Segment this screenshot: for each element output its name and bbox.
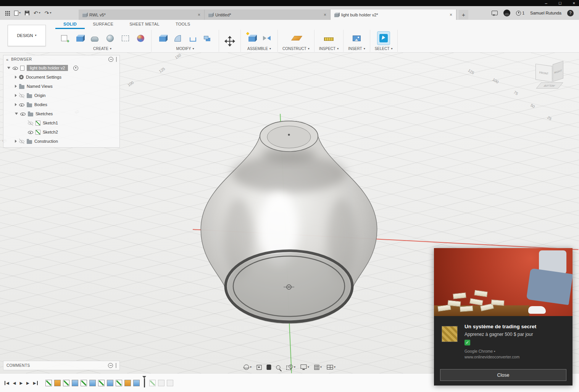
activate-component-icon[interactable] [73,66,78,71]
expand-triangle-icon[interactable] [15,140,17,143]
inspect-menu-button[interactable]: INSPECT ▾ [319,47,339,51]
close-button[interactable]: × [573,0,575,6]
viewcube-bottom-face[interactable]: BOTTOM [536,82,563,89]
orbit-icon[interactable]: ▾ [243,364,252,371]
move-icon[interactable] [224,35,236,48]
viewcube-right-face[interactable]: RIGHT [553,61,563,82]
expand-triangle-icon[interactable] [15,103,17,106]
browser-item-named-views[interactable]: Named Views [3,82,119,91]
help-icon[interactable]: ? [567,10,574,16]
timeline-feature-icon[interactable] [72,380,78,386]
modify-menu-button[interactable]: MODIFY ▾ [176,47,194,51]
item-label[interactable]: Sketches [35,111,53,116]
timeline-feature-icon[interactable] [63,380,69,386]
comment-icon[interactable] [492,11,498,15]
item-label[interactable]: Origin [34,93,45,98]
select-tool-icon[interactable] [377,32,390,45]
expand-triangle-icon[interactable] [15,113,18,115]
timeline-feature-icon[interactable] [107,380,113,386]
timeline-go-start-button[interactable]: ◀ [5,381,9,385]
browser-item-document-settings[interactable]: Document Settings [3,73,119,82]
box-icon[interactable] [119,32,131,45]
ad-title[interactable]: Un système de trading secret [464,324,566,329]
timeline-feature-icon[interactable] [116,380,122,386]
comments-options-icon[interactable] [108,363,113,368]
viewports-icon[interactable]: ▾ [326,364,336,370]
grid-settings-icon[interactable]: ▾ [313,364,323,371]
close-tab-icon[interactable]: × [198,12,200,18]
item-label[interactable]: Construction [34,139,58,144]
select-menu-button[interactable]: SELECT ▾ [375,47,393,51]
visibility-eye-icon[interactable] [28,120,33,126]
minimize-button[interactable]: – [545,0,547,6]
assistant-icon[interactable] [503,10,510,16]
visibility-eye-icon[interactable] [13,65,18,71]
redo-icon[interactable]: ↷▾ [45,10,52,16]
collapse-panel-icon[interactable]: « [6,57,8,62]
timeline-feature-icon[interactable] [54,380,61,386]
timeline-feature-icon[interactable] [158,380,165,386]
root-label[interactable]: light bulb holder v2 [27,65,68,71]
design-menu-button[interactable]: DESIGN ▾ [8,25,46,46]
notifications-button[interactable]: 1 [516,11,524,16]
minus-circle-icon[interactable] [108,57,113,62]
new-tab-button[interactable]: + [459,10,468,19]
viewcube-front-face[interactable]: FRONT [535,64,552,82]
document-tab-rwl[interactable]: RWL v5* × [79,10,205,20]
tab-tools[interactable]: TOOLS [168,20,198,29]
ad-url[interactable]: www.onlinevideoconverter.com [464,355,566,359]
insert-menu-button[interactable]: INSERT ▾ [348,47,365,51]
visibility-eye-icon[interactable] [19,139,24,144]
timeline-feature-icon[interactable] [167,380,173,386]
sphere-icon[interactable] [104,32,116,45]
file-menu-icon[interactable]: ▾ [14,11,21,16]
measure-icon[interactable] [323,32,335,45]
timeline-go-end-button[interactable]: ▶ [33,381,38,385]
expand-triangle-icon[interactable] [15,85,17,88]
tab-solid[interactable]: SOLID [55,20,85,29]
tab-surface[interactable]: SURFACE [85,20,121,29]
user-name[interactable]: Samuel Rutunda [530,11,561,15]
timeline-feature-icon[interactable] [45,380,52,386]
panel-grip[interactable] [116,57,117,62]
joint-icon[interactable] [261,32,273,45]
look-at-icon[interactable] [256,364,262,371]
undo-icon[interactable]: ↶▾ [34,10,40,16]
ad-thumbnail[interactable] [442,326,458,342]
document-tab-light-bulb-holder[interactable]: light bulb holder v2* × [331,10,456,20]
item-label[interactable]: Bodies [34,102,47,107]
create-sketch-icon[interactable] [58,32,70,45]
offset-plane-icon[interactable] [290,32,302,45]
timeline-feature-icon[interactable] [89,380,96,386]
browser-item-sketches[interactable]: Sketches [3,109,119,118]
visibility-eye-icon[interactable] [20,111,26,116]
browser-item-origin[interactable]: Origin [3,91,119,100]
revolve-icon[interactable] [89,32,101,45]
zoom-icon[interactable] [275,365,282,370]
timeline-feature-icon[interactable] [149,380,156,386]
expand-triangle-icon[interactable] [15,94,17,97]
viewcube[interactable]: FRONT RIGHT BOTTOM [534,59,566,91]
timeline-feature-icon[interactable] [98,380,105,386]
panel-grip[interactable] [116,363,116,368]
item-label[interactable]: Sketch2 [43,130,58,134]
fillet-icon[interactable] [171,32,184,45]
timeline-step-back-button[interactable]: ◀ [13,381,16,385]
window-zoom-icon[interactable]: ▾ [285,364,296,371]
timeline-feature-icon[interactable] [124,380,131,386]
timeline-feature-icon[interactable] [133,380,140,386]
ad-image[interactable] [434,248,573,316]
create-form-icon[interactable] [134,32,147,45]
timeline-position-marker[interactable] [144,378,145,387]
comments-panel[interactable]: COMMENTS [3,361,120,370]
save-icon[interactable] [25,11,29,15]
extrude-icon[interactable] [73,32,85,45]
browser-item-sketch1[interactable]: Sketch1 [3,118,119,127]
pan-icon[interactable] [266,364,272,371]
visibility-eye-icon[interactable] [19,102,24,107]
tab-sheet-metal[interactable]: SHEET METAL [121,20,168,29]
visibility-eye-icon[interactable] [19,93,24,98]
combine-icon[interactable] [202,32,214,45]
timeline-play-button[interactable]: ▶ [19,381,23,385]
new-component-icon[interactable] [245,32,258,45]
